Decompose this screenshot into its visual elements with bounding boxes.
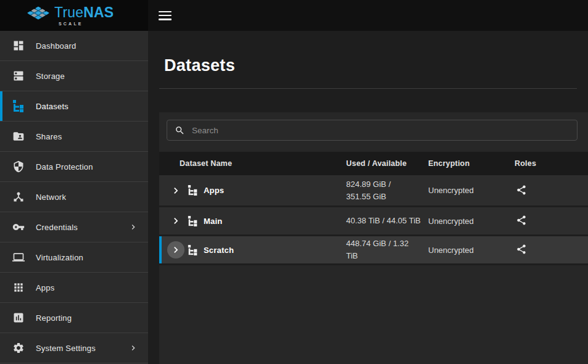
expand-row-button[interactable]: [167, 241, 184, 259]
sidebar-item-shares[interactable]: Shares: [0, 122, 148, 152]
sidebar-item-label: Shares: [36, 132, 62, 141]
sidebar-item-credentials[interactable]: Credentials: [0, 212, 148, 242]
dataset-name: Main: [204, 217, 222, 226]
top-bar: TrueNAS SCALE: [0, 0, 588, 31]
truenas-logo[interactable]: TrueNAS SCALE: [0, 0, 148, 31]
dashboard-icon: [12, 39, 25, 52]
network-hub-icon: [12, 191, 25, 203]
gear-icon: [12, 342, 25, 354]
sidebar-item-label: Network: [36, 192, 66, 202]
search-icon: [175, 125, 185, 136]
expand-row-button[interactable]: [167, 182, 184, 199]
sidebar-item-label: Storage: [36, 72, 65, 81]
chevron-right-icon: [128, 343, 138, 353]
sidebar-item-label: Reporting: [36, 313, 72, 323]
sidebar-item-label: Dashboard: [36, 41, 76, 51]
sidebar-item-dashboard[interactable]: Dashboard: [0, 31, 148, 61]
sidebar-item-reporting[interactable]: Reporting: [0, 303, 148, 333]
sidebar-item-virtualization[interactable]: Virtualization: [0, 242, 148, 273]
search-input[interactable]: [192, 126, 571, 135]
brand-nas: NAS: [83, 4, 114, 20]
chevron-right-icon: [128, 222, 138, 232]
dataset-icon: [188, 216, 198, 226]
sidebar: Dashboard Storage Datasets Shares: [0, 31, 148, 364]
encryption-value: Unencrypted: [428, 186, 511, 195]
sidebar-item-system-settings[interactable]: System Settings: [0, 333, 148, 363]
encryption-value: Unencrypted: [428, 217, 511, 226]
main-content: Datasets Dataset Name Used / Available: [148, 31, 588, 364]
sidebar-item-label: Datasets: [36, 102, 68, 111]
used-available-value: 824.89 GiB / 351.55 GiB: [346, 178, 428, 203]
dataset-name: Apps: [204, 186, 224, 195]
storage-icon: [12, 70, 25, 82]
share-icon[interactable]: [515, 242, 528, 256]
sidebar-item-label: Credentials: [36, 223, 78, 232]
dataset-icon: [188, 245, 198, 255]
sidebar-item-data-protection[interactable]: Data Protection: [0, 152, 148, 182]
key-icon: [12, 221, 25, 233]
sidebar-item-label: System Settings: [36, 344, 96, 353]
dataset-icon: [188, 185, 198, 196]
title-divider: [159, 88, 577, 89]
dataset-name: Scratch: [204, 246, 234, 255]
menu-icon[interactable]: [159, 11, 172, 20]
sidebar-item-label: Data Protection: [36, 162, 93, 172]
share-icon[interactable]: [515, 183, 528, 197]
table-row-main[interactable]: Main 40.38 TiB / 44.05 TiB Unencrypted: [159, 207, 588, 236]
used-available-value: 448.74 GiB / 1.32 TiB: [346, 238, 428, 262]
bar-chart-icon: [12, 312, 25, 324]
table-row-scratch[interactable]: Scratch 448.74 GiB / 1.32 TiB Unencrypte…: [159, 236, 588, 265]
laptop-icon: [12, 251, 25, 263]
datasets-tree-icon: [12, 100, 25, 112]
brand-true: True: [54, 4, 83, 20]
table-header: Dataset Name Used / Available Encryption…: [159, 152, 588, 175]
truenas-app: TrueNAS SCALE Dashboard Storage: [0, 0, 588, 364]
brand-edition: SCALE: [54, 22, 114, 26]
datasets-table: Dataset Name Used / Available Encryption…: [159, 152, 588, 265]
expand-row-button[interactable]: [167, 212, 184, 230]
shield-icon: [12, 160, 25, 173]
sidebar-item-apps[interactable]: Apps: [0, 273, 148, 303]
folder-shared-icon: [12, 130, 25, 143]
encryption-value: Unencrypted: [428, 246, 511, 255]
sidebar-item-network[interactable]: Network: [0, 182, 148, 212]
truenas-logo-icon: [26, 2, 51, 28]
sidebar-item-datasets[interactable]: Datasets: [0, 91, 148, 122]
column-header-roles: Roles: [511, 159, 588, 168]
datasets-panel: Dataset Name Used / Available Encryption…: [159, 112, 588, 364]
sidebar-item-label: Apps: [36, 283, 54, 292]
column-header-dataset-name: Dataset Name: [159, 159, 346, 168]
share-icon[interactable]: [515, 213, 528, 227]
column-header-used-available: Used / Available: [346, 159, 428, 168]
sidebar-item-label: Virtualization: [36, 253, 83, 262]
truenas-wordmark: TrueNAS SCALE: [54, 6, 114, 26]
column-header-encryption: Encryption: [428, 159, 511, 168]
sidebar-item-storage[interactable]: Storage: [0, 61, 148, 91]
used-available-value: 40.38 TiB / 44.05 TiB: [346, 215, 428, 227]
table-row-apps[interactable]: Apps 824.89 GiB / 351.55 GiB Unencrypted: [159, 175, 588, 207]
search-box: [167, 120, 578, 141]
apps-grid-icon: [12, 281, 25, 294]
page-title: Datasets: [164, 56, 588, 76]
